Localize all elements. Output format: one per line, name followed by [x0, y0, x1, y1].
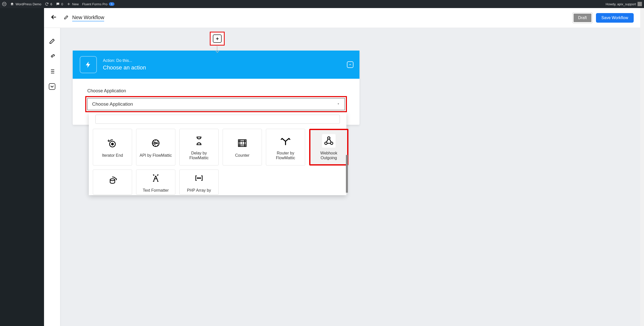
router-icon	[279, 134, 292, 148]
workflow-canvas: Action: Do this... Choose an action Choo…	[44, 28, 640, 326]
refresh-icon	[45, 2, 49, 6]
iterator-end-icon	[106, 136, 119, 150]
svg-point-1	[51, 56, 53, 57]
site-name: WordPress Demo	[16, 2, 41, 6]
comments-count: 0	[61, 2, 63, 6]
wp-admin-sidebar	[0, 8, 44, 326]
app-iterator-end[interactable]: Iterator End	[93, 129, 132, 166]
save-workflow-button[interactable]: Save Workflow	[596, 13, 634, 23]
app-api-flowmattic[interactable]: API by FlowMattic	[136, 129, 175, 166]
svg-rect-5	[154, 142, 155, 144]
app-webhook-outgoing[interactable]: Webhook Outgoing	[309, 129, 348, 166]
action-card-header[interactable]: Action: Do this... Choose an action	[73, 51, 359, 79]
app-label: Counter	[234, 153, 251, 158]
app-iterator-storage[interactable]	[93, 170, 132, 195]
updates-link[interactable]: 6	[45, 2, 52, 6]
app-php-array[interactable]: PHP Array by	[179, 170, 219, 195]
svg-point-12	[110, 179, 115, 181]
hourglass-icon	[192, 134, 206, 148]
svg-point-11	[331, 142, 333, 145]
choose-application-highlight: Choose Application	[85, 96, 347, 112]
dropdown-scrollbar[interactable]	[346, 155, 348, 193]
svg-text:3: 3	[241, 141, 243, 145]
sidebar-collapse[interactable]	[49, 83, 55, 90]
fluent-forms-badge: 1	[109, 2, 114, 6]
browser-scrollbar[interactable]	[640, 8, 644, 326]
application-dropdown: Iterator End API by FlowMattic Delay by …	[89, 112, 346, 195]
admin-bar: WordPress Demo 6 0 New Fluent Forms Pro1…	[0, 0, 644, 8]
svg-point-6	[156, 143, 157, 144]
app-header: New Workflow Draft Save Workflow	[44, 8, 640, 28]
connector-line	[217, 46, 217, 51]
app-text-formatter[interactable]: Text Formatter	[136, 170, 175, 195]
app-label: PHP Array by	[185, 188, 213, 193]
api-icon	[149, 136, 163, 150]
draft-button[interactable]: Draft	[573, 13, 592, 23]
new-label: New	[72, 2, 79, 6]
php-array-icon	[192, 171, 206, 185]
svg-point-0	[3, 2, 6, 6]
plus-icon	[67, 2, 71, 6]
svg-point-14	[199, 178, 199, 179]
svg-point-15	[200, 178, 201, 179]
comment-icon	[56, 2, 60, 6]
app-counter[interactable]: 3 Counter	[223, 129, 262, 166]
site-link[interactable]: WordPress Demo	[10, 2, 41, 6]
select-placeholder: Choose Application	[92, 101, 133, 107]
updates-count: 6	[50, 2, 52, 6]
title-wrap: New Workflow	[64, 15, 104, 21]
bolt-icon	[80, 56, 97, 73]
action-subtitle: Action: Do this...	[103, 58, 146, 63]
app-label: Delay by FlowMattic	[180, 151, 218, 160]
sidebar-edit[interactable]	[49, 38, 55, 45]
add-step-button[interactable]	[213, 34, 222, 43]
choose-application-select[interactable]: Choose Application	[87, 98, 345, 110]
webhook-icon	[322, 134, 336, 148]
add-step-highlight	[210, 32, 225, 46]
flowmattic-app: New Workflow Draft Save Workflow Action:…	[44, 8, 640, 326]
howdy-text: Howdy, apix_support	[606, 2, 636, 6]
caret-down-icon	[337, 101, 340, 107]
workflow-title[interactable]: New Workflow	[72, 15, 104, 21]
sidebar-list[interactable]	[49, 68, 55, 75]
application-search-input[interactable]	[95, 115, 340, 124]
comments-link[interactable]: 0	[56, 2, 63, 6]
svg-point-10	[325, 142, 327, 145]
svg-point-9	[328, 137, 330, 139]
application-grid: Iterator End API by FlowMattic Delay by …	[93, 129, 342, 195]
app-label: Router by FlowMattic	[266, 151, 305, 160]
collapse-toggle[interactable]	[347, 61, 353, 68]
app-label: Iterator End	[100, 153, 125, 158]
home-icon	[10, 2, 14, 6]
sidebar-settings[interactable]	[49, 53, 55, 60]
back-button[interactable]	[51, 14, 57, 22]
wp-logo[interactable]	[2, 2, 7, 6]
pencil-icon[interactable]	[64, 15, 69, 21]
wordpress-icon	[2, 2, 7, 6]
action-title: Choose an action	[103, 64, 146, 71]
howdy[interactable]: Howdy, apix_support	[606, 2, 642, 6]
new-link[interactable]: New	[67, 2, 79, 6]
fluent-forms-label: Fluent Forms Pro	[82, 2, 107, 6]
storage-loop-icon	[106, 174, 119, 187]
text-formatter-icon	[149, 171, 163, 185]
fluent-forms-link[interactable]: Fluent Forms Pro1	[82, 2, 115, 6]
app-label: API by FlowMattic	[138, 153, 173, 158]
app-label: Webhook Outgoing	[310, 151, 347, 160]
svg-point-3	[111, 143, 113, 145]
app-router-flowmattic[interactable]: Router by FlowMattic	[266, 129, 305, 166]
choose-application-label: Choose Application	[87, 88, 352, 94]
counter-icon: 3	[235, 136, 249, 150]
avatar	[637, 2, 642, 6]
mini-sidebar	[44, 28, 60, 326]
app-label: Text Formatter	[141, 188, 170, 193]
svg-point-13	[197, 178, 198, 179]
app-delay-flowmattic[interactable]: Delay by FlowMattic	[179, 129, 219, 166]
